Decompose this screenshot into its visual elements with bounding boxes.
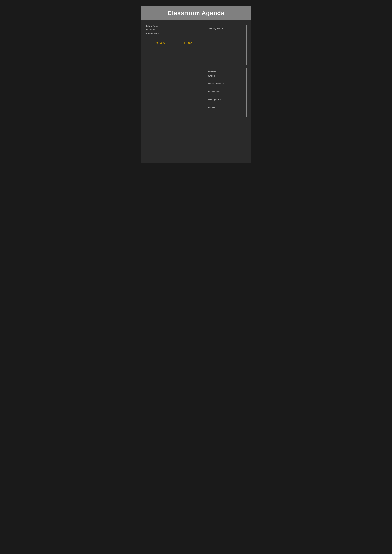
table-cell bbox=[146, 83, 174, 91]
table-row bbox=[146, 100, 202, 109]
table-row bbox=[146, 126, 202, 135]
center-literacy-line bbox=[208, 93, 244, 97]
table-row bbox=[146, 109, 202, 118]
center-listening-line bbox=[208, 109, 244, 113]
center-listening: Listening: bbox=[208, 106, 244, 113]
page: Classroom Agenda School Name: Week off: … bbox=[141, 6, 251, 163]
table-row bbox=[146, 91, 202, 100]
left-column: School Name: Week off: Student Name Thur… bbox=[146, 25, 203, 135]
table-row bbox=[146, 74, 202, 83]
table-row bbox=[146, 57, 202, 65]
center-making-words-line bbox=[208, 101, 244, 105]
table-cell bbox=[174, 109, 203, 118]
table-cell bbox=[174, 74, 203, 83]
table-cell bbox=[174, 65, 203, 74]
spelling-line bbox=[208, 44, 244, 49]
center-making-words-label: Making Words: bbox=[208, 98, 244, 101]
spelling-words-title: Spelling Words: bbox=[208, 27, 244, 29]
table-cell bbox=[146, 74, 174, 83]
week-off-label: Week off: bbox=[146, 28, 203, 31]
student-name-label: Student Name bbox=[146, 32, 203, 35]
table-cell bbox=[146, 126, 174, 135]
right-column: Spelling Words: Centers: Writing: Math/S… bbox=[206, 25, 247, 135]
center-literacy-label: Literacy Fun: bbox=[208, 91, 244, 93]
table-cell bbox=[174, 100, 203, 109]
center-listening-label: Listening: bbox=[208, 106, 244, 109]
meta-info: School Name: Week off: Student Name bbox=[146, 25, 203, 35]
schedule-table: Thursday Friday bbox=[146, 38, 203, 135]
content-area: School Name: Week off: Student Name Thur… bbox=[141, 25, 251, 135]
center-making-words: Making Words: bbox=[208, 98, 244, 105]
table-cell bbox=[174, 126, 203, 135]
table-cell bbox=[174, 48, 203, 57]
table-row bbox=[146, 65, 202, 74]
spelling-words-box: Spelling Words: bbox=[206, 25, 247, 65]
center-writing-line bbox=[208, 78, 244, 81]
table-cell bbox=[146, 65, 174, 74]
header-banner: Classroom Agenda bbox=[141, 6, 251, 20]
centers-box: Centers: Writing: Math/Science/SS: Liter… bbox=[206, 68, 247, 117]
table-cell bbox=[174, 57, 203, 65]
centers-title: Centers: bbox=[208, 71, 244, 73]
table-cell bbox=[146, 57, 174, 65]
table-cell bbox=[146, 100, 174, 109]
center-literacy: Literacy Fun: bbox=[208, 91, 244, 97]
table-row bbox=[146, 48, 202, 57]
spelling-lines bbox=[208, 31, 244, 62]
spelling-line bbox=[208, 31, 244, 36]
center-writing: Writing: bbox=[208, 75, 244, 81]
table-row bbox=[146, 83, 202, 91]
table-cell bbox=[146, 91, 174, 100]
spelling-line bbox=[208, 50, 244, 55]
table-cell bbox=[146, 109, 174, 118]
school-name-label: School Name: bbox=[146, 25, 203, 27]
center-math: Math/Science/SS: bbox=[208, 83, 244, 89]
table-cell bbox=[146, 118, 174, 126]
friday-header: Friday bbox=[174, 38, 203, 48]
thursday-header: Thursday bbox=[146, 38, 174, 48]
table-row bbox=[146, 118, 202, 126]
center-writing-label: Writing: bbox=[208, 75, 244, 77]
table-cell bbox=[174, 83, 203, 91]
page-title: Classroom Agenda bbox=[144, 10, 248, 17]
table-cell bbox=[146, 48, 174, 57]
spelling-line bbox=[208, 37, 244, 42]
spelling-line bbox=[208, 56, 244, 62]
table-cell bbox=[174, 91, 203, 100]
center-math-label: Math/Science/SS: bbox=[208, 83, 244, 85]
center-math-line bbox=[208, 86, 244, 89]
table-cell bbox=[174, 118, 203, 126]
